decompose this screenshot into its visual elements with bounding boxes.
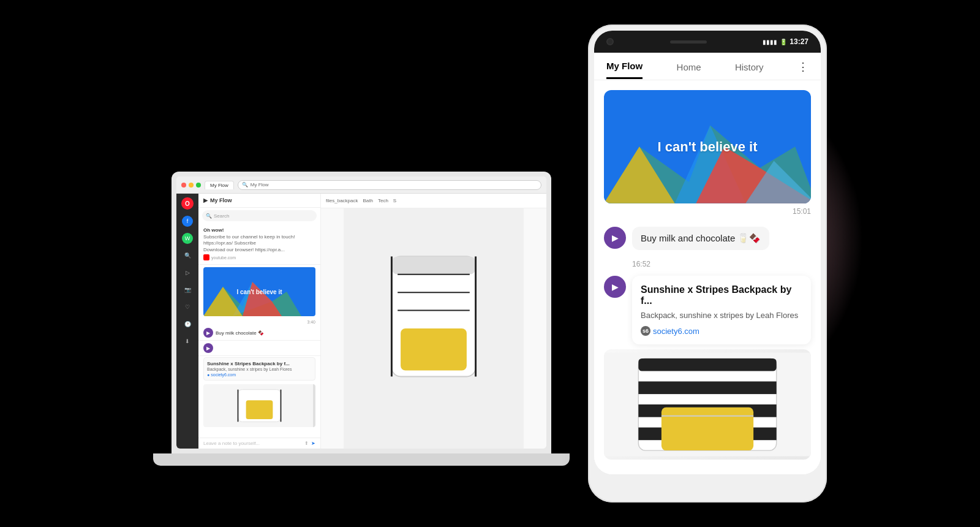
- phone-avatar-2: ▶: [604, 276, 626, 298]
- opera-sidebar: O f W 🔍 ▷ 📷 ♡ 🕐 ⬇: [176, 194, 198, 449]
- laptop: My Flow 🔍 My Flow O f W 🔍 ▷: [153, 172, 570, 466]
- phone-backpack-image: [604, 349, 811, 460]
- flow-msg-row: ▶ Buy milk chocolate 🍫: [198, 325, 320, 341]
- sidebar-facebook-icon[interactable]: f: [182, 216, 193, 227]
- close-dot[interactable]: [181, 183, 186, 188]
- society6-icon: s6: [641, 326, 650, 336]
- send-icon[interactable]: ➤: [311, 441, 315, 446]
- phone-link-desc: Backpack, sunshine x stripes by Leah Flo…: [641, 310, 802, 321]
- browser-bar: My Flow 🔍 My Flow: [176, 176, 546, 194]
- phone-camera: [606, 38, 614, 45]
- maximize-dot[interactable]: [196, 183, 201, 188]
- phone-video-card[interactable]: I can't believe it: [604, 90, 811, 203]
- phone-video-timestamp: 15:01: [594, 203, 821, 219]
- sidebar-heart-icon[interactable]: ♡: [182, 301, 193, 313]
- minimize-dot[interactable]: [189, 183, 194, 188]
- url-text: My Flow: [251, 182, 269, 188]
- phone-link-card[interactable]: Sunshine x Stripes Backpack by f... Back…: [632, 276, 811, 344]
- upload-icon[interactable]: ⬆: [304, 441, 309, 446]
- flow-link-card-desc: Backpack, sunshine x stripes by Leah Flo…: [207, 367, 312, 371]
- browser-url-bar[interactable]: 🔍 My Flow: [238, 180, 541, 190]
- tab-my-flow[interactable]: My Flow: [606, 61, 643, 79]
- phone-outer: ▮▮▮▮ 🔋 13:27 My Flow Home History ⋮: [588, 25, 827, 502]
- phone-time: 13:27: [790, 37, 809, 46]
- phone-screen: My Flow Home History ⋮: [594, 53, 821, 474]
- youtube-icon: [203, 254, 209, 260]
- nav-tech[interactable]: Tech: [378, 198, 388, 203]
- flow-link-card[interactable]: Sunshine x Stripes Backpack by f... Back…: [203, 357, 315, 381]
- phone-link-url[interactable]: s6 society6.com: [641, 326, 802, 336]
- browser-main-content: [321, 208, 546, 449]
- flow-panel: ▶ My Flow 🔍 Search Oh wow! Subscribe to …: [198, 194, 321, 449]
- laptop-body: [153, 453, 570, 466]
- flow-search[interactable]: 🔍 Search: [202, 210, 317, 221]
- flow-message-1: Oh wow! Subscribe to our channel to keep…: [198, 224, 320, 265]
- flow-backpack-image: [203, 384, 315, 427]
- svg-rect-26: [638, 358, 776, 371]
- flow-panel-title: My Flow: [210, 197, 232, 203]
- flow-link-url[interactable]: youtube.com: [211, 256, 236, 260]
- browser-content: O f W 🔍 ▷ 📷 ♡ 🕐 ⬇ ▶ My Flo: [176, 194, 546, 449]
- signal-icon: ▮▮▮▮: [763, 39, 777, 45]
- phone-status-icons: ▮▮▮▮ 🔋 13:27: [763, 37, 809, 46]
- flow-avatar-2: ▶: [203, 343, 213, 353]
- flow-avatar: ▶: [203, 328, 213, 338]
- sidebar-whatsapp-icon[interactable]: W: [182, 233, 193, 244]
- phone-message-text: Buy milk and chocolate 🥛🍫: [641, 233, 761, 243]
- tab-history[interactable]: History: [735, 62, 764, 78]
- sidebar-search-icon[interactable]: 🔍: [182, 250, 193, 261]
- flow-message-1-title: Oh wow!: [203, 227, 315, 233]
- svg-rect-27: [638, 382, 776, 395]
- tab-home[interactable]: Home: [677, 62, 701, 78]
- flow-link-card-url[interactable]: ● society6.com: [207, 373, 312, 377]
- phone-avatar-1: ▶: [604, 227, 626, 249]
- flow-video-card[interactable]: I can't believe it: [203, 267, 315, 316]
- phone-link-title: Sunshine x Stripes Backpack by f...: [641, 284, 802, 306]
- nav-s[interactable]: S: [393, 198, 396, 203]
- phone-link-url-text: society6.com: [653, 327, 699, 336]
- svg-rect-12: [401, 328, 467, 371]
- phone-status-bar: ▮▮▮▮ 🔋 13:27: [594, 31, 821, 53]
- flow-timestamp: 3:40: [198, 319, 320, 325]
- flow-panel-header: ▶ My Flow: [198, 194, 320, 208]
- browser-dots: [181, 183, 201, 188]
- phone-video-text: I can't believe it: [658, 139, 758, 155]
- phone-tabs: My Flow Home History ⋮: [594, 53, 821, 80]
- sidebar-snapshots-icon[interactable]: 📷: [182, 284, 193, 295]
- browser-tab-label: My Flow: [210, 183, 228, 188]
- opera-logo[interactable]: O: [181, 197, 194, 210]
- phone: ▮▮▮▮ 🔋 13:27 My Flow Home History ⋮: [588, 25, 827, 502]
- svg-rect-6: [246, 400, 273, 419]
- browser-tab[interactable]: My Flow: [205, 181, 234, 189]
- tab-more-icon[interactable]: ⋮: [797, 60, 809, 80]
- phone-message-bubble: Buy milk and chocolate 🥛🍫: [632, 227, 769, 250]
- flow-video-text: I can't believe it: [236, 289, 282, 295]
- phone-inner: ▮▮▮▮ 🔋 13:27 My Flow Home History ⋮: [594, 31, 821, 474]
- sidebar-clock-icon[interactable]: 🕐: [182, 319, 193, 330]
- phone-link-row: ▶ Sunshine x Stripes Backpack by f... Ba…: [594, 271, 821, 349]
- svg-rect-30: [662, 408, 753, 450]
- flow-link-card-title: Sunshine x Stripes Backpack by f...: [207, 361, 312, 366]
- laptop-screen: My Flow 🔍 My Flow O f W 🔍 ▷: [176, 176, 546, 449]
- battery-icon: 🔋: [780, 39, 787, 45]
- flow-msg-text: Buy milk chocolate 🍫: [216, 330, 264, 336]
- flow-message-1-text1: Subscribe to our channel to keep in touc…: [203, 234, 315, 247]
- flow-input-placeholder[interactable]: Leave a note to yourself...: [203, 441, 260, 446]
- phone-content: I can't believe it 15:01 ▶ Buy milk and …: [594, 80, 821, 474]
- flow-input-bar: Leave a note to yourself... ⬆ ➤: [198, 438, 320, 449]
- nav-filename: files_backpack: [326, 198, 358, 203]
- sidebar-bookmarks-icon[interactable]: ▷: [182, 267, 193, 278]
- phone-message-time: 16:52: [594, 257, 821, 271]
- browser-nav: files_backpack Bath Tech S: [321, 194, 546, 208]
- browser-main-area: files_backpack Bath Tech S: [321, 194, 546, 449]
- nav-bath[interactable]: Bath: [363, 198, 372, 203]
- flow-link-row: youtube.com: [203, 254, 315, 260]
- scene: My Flow 🔍 My Flow O f W 🔍 ▷: [153, 25, 827, 502]
- sidebar-download-icon[interactable]: ⬇: [182, 336, 193, 347]
- flow-link-card-url-text: society6.com: [211, 373, 236, 377]
- phone-message-row: ▶ Buy milk and chocolate 🥛🍫: [594, 219, 821, 257]
- flow-link-msg-row: ▶: [198, 341, 320, 356]
- laptop-screen-outer: My Flow 🔍 My Flow O f W 🔍 ▷: [172, 172, 551, 453]
- flow-search-placeholder: Search: [214, 213, 229, 219]
- svg-rect-11: [391, 256, 475, 274]
